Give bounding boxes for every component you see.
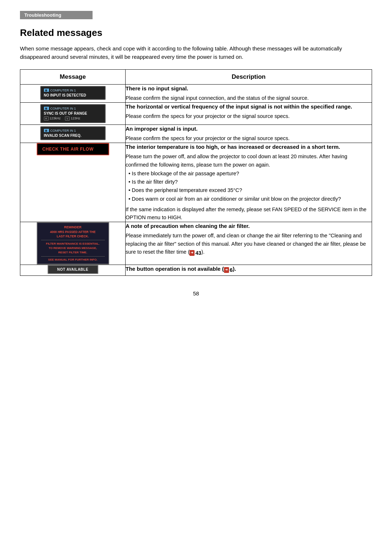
bullet-item: • Does the peripheral temperature exceed…	[128, 186, 372, 195]
source-label: ▦ COMPUTER IN 1	[44, 107, 102, 110]
freq-v-value: 123Hz	[71, 116, 80, 120]
freq-h-value: 123kHz	[50, 116, 61, 120]
desc-cell-invalid-scan: An improper signal is input. Please conf…	[126, 124, 372, 143]
troubleshooting-banner: Troubleshooting	[20, 11, 93, 19]
page-wrapper: Troubleshooting Related messages When so…	[0, 0, 392, 318]
main-msg: INVALID SCAN FREQ.	[44, 134, 102, 138]
source-text: COMPUTER IN 1	[50, 89, 76, 92]
plug-icon: ▦	[44, 129, 49, 132]
source-text: COMPUTER IN 1	[50, 129, 76, 132]
desc-cell-out-of-range: The horizontal or vertical frequency of …	[126, 102, 372, 124]
reminder-separator2	[41, 256, 105, 257]
desc-footer: If the same indication is displayed afte…	[126, 205, 372, 222]
message-cell-no-signal: ▦ COMPUTER IN 1 NO INPUT IS DETECTED	[20, 84, 126, 102]
bullet-item: • Is there blockage of the air passage a…	[128, 169, 372, 178]
book-ref: ➜43	[189, 249, 201, 257]
screen-out-of-range: ▦ COMPUTER IN 1 SYNC IS OUT OF RANGE H 1…	[40, 104, 106, 123]
bullet-item: • Does warm or cool air from an air cond…	[128, 195, 372, 203]
reminder-title: REMINDER	[41, 225, 105, 229]
desc-title: The interior temperature is too high, or…	[126, 143, 372, 151]
main-msg: NO INPUT IS DETECTED	[44, 93, 102, 97]
main-msg: SYNC IS OUT OF RANGE	[44, 111, 102, 115]
message-cell-invalid-scan: ▦ COMPUTER IN 1 INVALID SCAN FREQ.	[20, 124, 126, 143]
screen-not-available: NOT AVAILABLE	[48, 265, 98, 274]
book-ref: ➜6	[224, 266, 233, 274]
desc-title: A note of precaution when cleaning the a…	[126, 222, 372, 230]
screen-reminder: REMINDER 4000 HRS PASSED AFTER THE LAST …	[37, 222, 109, 265]
col-message-header: Message	[20, 69, 126, 84]
main-table: Message Description ▦ COMPUTER IN 1 NO I…	[20, 69, 372, 276]
message-cell-airflow: CHECK THE AIR FLOW	[20, 143, 126, 222]
desc-body: Please confirm the specs for your projec…	[126, 113, 290, 119]
airflow-text: CHECK THE AIR FLOW	[42, 147, 103, 152]
desc-title: An improper signal is input.	[126, 125, 372, 133]
intro-text: When some message appears, check and cop…	[20, 44, 372, 61]
desc-cell-no-signal: There is no input signal. Please confirm…	[126, 84, 372, 102]
desc-title: There is no input signal.	[126, 85, 372, 93]
table-row: ▦ COMPUTER IN 1 SYNC IS OUT OF RANGE H 1…	[20, 102, 372, 124]
message-cell-not-available: NOT AVAILABLE	[20, 265, 126, 276]
book-icon: ➜	[189, 250, 195, 256]
screen-invalid-scan: ▦ COMPUTER IN 1 INVALID SCAN FREQ.	[40, 126, 106, 140]
v-icon: V	[65, 116, 70, 120]
source-label: ▦ COMPUTER IN 1	[44, 129, 102, 132]
reminder-body3: RESET FILTER TIME.	[41, 250, 105, 255]
source-text: COMPUTER IN 1	[50, 107, 76, 110]
table-row: NOT AVAILABLE The button operation is no…	[20, 265, 372, 276]
screen-airflow: CHECK THE AIR FLOW	[37, 143, 109, 155]
desc-body: Please immediately turn the power off, a…	[126, 233, 366, 255]
ref-number: 43	[195, 249, 201, 257]
reminder-body1: FILTER MAINTENANCE IS ESSENTIAL.	[41, 242, 105, 246]
reminder-footer: SEE MANUAL FOR FURTHER INFO.	[41, 258, 105, 261]
desc-body: Please turn the power off, and allow the…	[126, 154, 347, 168]
freq-row: H 123kHz V 123Hz	[44, 116, 102, 120]
h-icon: H	[44, 116, 49, 120]
page-number: 58	[20, 290, 372, 297]
reminder-line1: 4000 HRS PASSED AFTER THE	[41, 230, 105, 234]
col-description-header: Description	[126, 69, 372, 84]
freq-item-v: V 123Hz	[65, 116, 80, 120]
table-row: ▦ COMPUTER IN 1 INVALID SCAN FREQ. An im…	[20, 124, 372, 143]
desc-body: Please confirm the specs for your projec…	[126, 135, 290, 141]
desc-body: Please confirm the signal input connecti…	[126, 95, 309, 101]
message-cell-out-of-range: ▦ COMPUTER IN 1 SYNC IS OUT OF RANGE H 1…	[20, 102, 126, 124]
notavail-text: NOT AVAILABLE	[53, 267, 93, 271]
banner-label: Troubleshooting	[24, 12, 61, 18]
book-icon: ➜	[224, 267, 229, 273]
plug-icon: ▦	[44, 107, 49, 110]
bullet-item: • Is the air filter dirty?	[128, 178, 372, 186]
plug-icon: ▦	[44, 89, 49, 92]
reminder-separator	[41, 240, 105, 240]
desc-title: The button operation is not available (➜…	[126, 265, 372, 274]
message-cell-reminder: REMINDER 4000 HRS PASSED AFTER THE LAST …	[20, 222, 126, 265]
page-title: Related messages	[20, 27, 372, 38]
freq-item-h: H 123kHz	[44, 116, 61, 120]
desc-cell-airflow: The interior temperature is too high, or…	[126, 143, 372, 222]
desc-cell-not-available: The button operation is not available (➜…	[126, 265, 372, 276]
reminder-line2: LAST FILTER CHECK.	[41, 234, 105, 239]
ref-number: 6	[230, 266, 233, 274]
reminder-body2: TO REMOVE WARNING MESSAGE,	[41, 246, 105, 250]
screen-no-signal: ▦ COMPUTER IN 1 NO INPUT IS DETECTED	[40, 86, 106, 100]
bullet-list: • Is there blockage of the air passage a…	[128, 169, 372, 203]
source-label: ▦ COMPUTER IN 1	[44, 89, 102, 92]
desc-cell-reminder: A note of precaution when cleaning the a…	[126, 222, 372, 265]
table-row: CHECK THE AIR FLOW The interior temperat…	[20, 143, 372, 222]
table-row: ▦ COMPUTER IN 1 NO INPUT IS DETECTED The…	[20, 84, 372, 102]
desc-title: The horizontal or vertical frequency of …	[126, 103, 372, 111]
table-row: REMINDER 4000 HRS PASSED AFTER THE LAST …	[20, 222, 372, 265]
